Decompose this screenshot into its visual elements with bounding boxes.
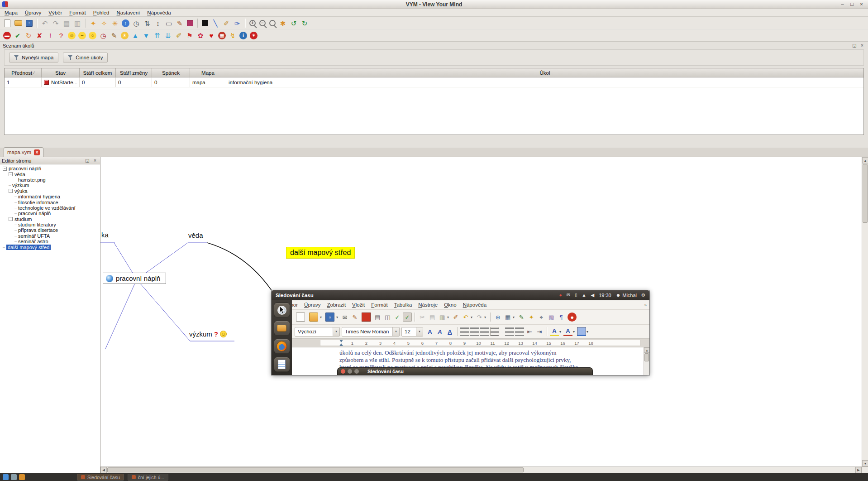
chevron-down-icon[interactable]: ▾	[416, 327, 423, 336]
tree-item-seminar-ufta[interactable]: –seminář UFTA	[0, 233, 100, 239]
flag-flag-icon[interactable]: ⚑	[185, 31, 195, 41]
map-canvas[interactable]: ka věda pracovní náplň výzkum ? ☺ další …	[100, 157, 862, 467]
tree-item-vyuka[interactable]: −výuka	[0, 188, 100, 194]
save-map-icon[interactable]: ▫	[26, 20, 33, 27]
tree-item-hamster-png[interactable]: –hamster.png	[0, 177, 100, 183]
align-center-icon[interactable]	[470, 327, 479, 336]
taskbar-app-icon-3[interactable]	[19, 474, 25, 480]
flag-clock-icon[interactable]: ◷	[98, 31, 108, 41]
volume-indicator-icon[interactable]: ◀	[591, 293, 594, 298]
goto-center-icon[interactable]: ↑	[122, 19, 129, 27]
tab-close-icon[interactable]: ×	[34, 149, 40, 155]
scroll-thumb[interactable]	[644, 353, 649, 361]
tree-item-informacni-hygiena[interactable]: –informační hygiena	[0, 194, 100, 199]
menu-napoveda[interactable]: Nápověda	[460, 301, 490, 308]
collapse-icon[interactable]: −	[9, 172, 13, 176]
lo-hyperlink-icon[interactable]: ⊕	[493, 313, 502, 322]
filter-current-map-button[interactable]: Nynější mapa	[9, 53, 58, 63]
map-node-vyzkum[interactable]: výzkum ? ☺	[189, 330, 227, 338]
lo-open-icon[interactable]	[309, 313, 318, 322]
font-size-select[interactable]: 12 ▾	[401, 327, 423, 337]
format-sparkle2-icon[interactable]: ✧	[99, 18, 109, 28]
tree-item-seminar-astro[interactable]: –seminář astro	[0, 239, 100, 244]
flag-lamp-icon[interactable]: ☀	[121, 32, 129, 39]
numbered-list-icon[interactable]	[505, 327, 514, 336]
lo-find-icon[interactable]: ✦	[527, 313, 536, 322]
zoom-in-icon[interactable]: +	[249, 20, 256, 26]
battery-indicator-icon[interactable]: ▯	[575, 293, 577, 298]
scroll-up-icon[interactable]: ▲	[644, 347, 649, 353]
mail-indicator-icon[interactable]: ✉	[567, 293, 570, 298]
flag-double-up-icon[interactable]: ⇈	[152, 31, 162, 41]
lo-email-icon[interactable]: ✉	[340, 313, 349, 322]
tree-item-veda[interactable]: −věda	[0, 171, 100, 177]
line-style-icon[interactable]: ╲	[210, 18, 220, 28]
bold-icon[interactable]: A	[425, 327, 434, 336]
flag-heart-icon[interactable]: ♥	[206, 31, 216, 41]
lo-table-icon[interactable]: ▦	[503, 313, 512, 322]
menu-zobrazit[interactable]: Zobrazit	[324, 301, 349, 308]
flag-stopsign-icon[interactable]: ✶	[250, 32, 258, 39]
lo-paste-icon[interactable]: ▥	[438, 313, 447, 322]
lo-paste-icon-dropdown-icon[interactable]: ▾	[447, 315, 449, 319]
align-right-icon[interactable]	[480, 327, 489, 336]
undo-icon[interactable]: ↶	[40, 18, 50, 28]
collapse-icon[interactable]: −	[9, 189, 13, 193]
lo-gallery-icon[interactable]: ▧	[547, 313, 556, 322]
lo-table-icon-dropdown-icon[interactable]: ▾	[513, 315, 515, 319]
scroll-thumb[interactable]	[863, 164, 868, 223]
tree-item-pracovni-napln[interactable]: −pracovní náplň	[0, 166, 100, 171]
lo-undo-icon[interactable]: ↶	[461, 313, 470, 322]
menu-okno[interactable]: Okno	[441, 301, 460, 308]
rotate-cw-icon[interactable]: ↻	[300, 18, 310, 28]
float-tree-panel-icon[interactable]: ◱	[84, 158, 91, 164]
lo-undo-icon-dropdown-icon[interactable]: ▾	[471, 315, 472, 319]
bullet-list-icon[interactable]	[515, 327, 524, 336]
taskbar-app-icon-1[interactable]	[3, 474, 9, 480]
lo-export-pdf-icon[interactable]	[362, 313, 371, 322]
scrolled-frame-icon[interactable]: ▭	[164, 18, 174, 28]
font-color-icon-dropdown-icon[interactable]: ▾	[573, 330, 575, 334]
menu-upravy[interactable]: Úpravy	[21, 10, 45, 16]
files-icon[interactable]	[274, 321, 290, 336]
history-clock-icon[interactable]: ◷	[131, 18, 141, 28]
scroll-down-icon[interactable]: ▼	[862, 460, 868, 467]
flag-info-icon[interactable]: i	[239, 32, 247, 39]
font-name-select[interactable]: Times New Roman ▾	[342, 327, 400, 337]
column-header-stari-zmeny[interactable]: Stáří změny	[116, 68, 152, 77]
map-node-vyuka-clipped[interactable]: ka	[101, 231, 109, 239]
collapse-icon[interactable]: −	[9, 217, 13, 221]
pen-orange-icon[interactable]: ✐	[221, 18, 231, 28]
canvas-vertical-scrollbar[interactable]: ▲ ▼	[862, 157, 868, 467]
sort-ascending-icon[interactable]: ⇅	[142, 18, 152, 28]
menu-overflow-icon[interactable]: »	[644, 303, 649, 308]
rotate-ccw-icon[interactable]: ↺	[289, 18, 299, 28]
flag-arrow-down-icon[interactable]: ▼	[141, 31, 151, 41]
align-justify-icon[interactable]	[490, 327, 499, 336]
tree-item-studium-literatury[interactable]: –studium literatury	[0, 222, 100, 227]
scroll-left-icon[interactable]: ◀	[100, 467, 107, 473]
column-header-ukol[interactable]: Úkol	[226, 68, 863, 77]
task-row[interactable]: 1NotStarte...000mapainformační hygiena	[5, 77, 863, 87]
tree-item-pracovni-napln[interactable]: –pracovní náplň	[0, 211, 100, 216]
lo-spellcheck-icon[interactable]: ✓	[393, 313, 402, 322]
document-scrollbar[interactable]: ▲	[644, 347, 649, 375]
flag-double-down-icon[interactable]: ⇊	[163, 31, 173, 41]
scroll-right-icon[interactable]: ▶	[855, 467, 862, 473]
overlay-maximize-icon[interactable]	[354, 369, 359, 374]
canvas-horizontal-scrollbar[interactable]: ◀ ▶	[100, 467, 862, 473]
flag-no-icon[interactable]: ✘	[34, 31, 44, 41]
highlighting-color-icon[interactable]: A	[550, 327, 559, 336]
map-node-center[interactable]: pracovní náplň	[103, 273, 166, 284]
scroll-thumb[interactable]	[107, 467, 524, 472]
flag-smiley-neutral-icon[interactable]: −	[78, 32, 86, 39]
minimize-button[interactable]: –	[839, 1, 846, 8]
taskbar-window-button-1[interactable]: Sledování času	[77, 474, 124, 481]
flag-smiley-good-icon[interactable]: ☺	[68, 32, 76, 39]
user-menu[interactable]: ☻ Michal	[616, 293, 637, 298]
map-node-veda[interactable]: věda	[188, 231, 203, 239]
scroll-up-icon[interactable]: ▲	[862, 157, 868, 164]
session-gear-icon[interactable]: ⚙	[641, 293, 645, 298]
lo-save-icon[interactable]: ▫	[325, 313, 334, 322]
copy-icon[interactable]: ▤	[62, 18, 72, 28]
